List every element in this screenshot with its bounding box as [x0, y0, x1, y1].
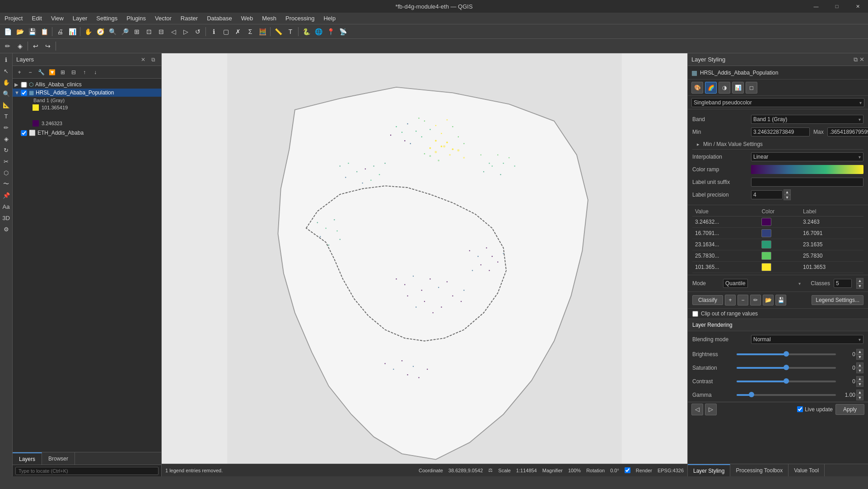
identify-btn[interactable]: ℹ — [208, 26, 219, 38]
live-update-checkbox[interactable] — [797, 406, 803, 412]
rp-icon-gray[interactable]: ◑ — [719, 82, 730, 94]
rp-mode-select[interactable]: Quantile — [723, 279, 748, 288]
close-btn[interactable]: ✕ — [847, 0, 868, 13]
save-class-btn[interactable]: 💾 — [775, 295, 786, 306]
add-layer-btn[interactable]: + — [14, 67, 24, 77]
menu-layer[interactable]: Layer — [68, 13, 92, 24]
collapse-all-btn[interactable]: ⊟ — [69, 67, 79, 77]
move-up-btn[interactable]: ↑ — [79, 67, 89, 77]
layers-close-icon[interactable]: ✕ — [139, 55, 148, 64]
layer-item-clinics[interactable]: ▶ ⬡ Allis_Ababa_clinics — [13, 80, 161, 89]
left-node-btn[interactable]: ◈ — [1, 133, 12, 144]
rp-icon-hist[interactable]: 📊 — [732, 82, 744, 94]
save-project-btn[interactable]: 💾 — [26, 26, 38, 38]
edit-class-btn[interactable]: ✏ — [750, 295, 761, 306]
rp-next-btn[interactable]: ▷ — [705, 404, 717, 415]
table-cell-color[interactable] — [759, 239, 800, 250]
apply-btn[interactable]: Apply — [835, 404, 864, 415]
brightness-thumb[interactable] — [784, 351, 789, 357]
menu-raster[interactable]: Raster — [176, 13, 202, 24]
contrast-track[interactable] — [737, 381, 836, 382]
layers-float-icon[interactable]: ⧉ — [149, 55, 158, 64]
zoom-prev-btn[interactable]: ◁ — [168, 26, 179, 38]
open-project-btn[interactable]: 📂 — [14, 26, 26, 38]
left-select-btn[interactable]: ↖ — [1, 66, 12, 76]
edit-undo-btn[interactable]: ↩ — [30, 40, 42, 52]
contrast-thumb[interactable] — [784, 378, 789, 384]
minimize-btn[interactable]: — — [806, 0, 826, 13]
contrast-down-btn[interactable]: ▼ — [856, 381, 863, 387]
brightness-up-btn[interactable]: ▲ — [856, 349, 863, 354]
contrast-up-btn[interactable]: ▲ — [856, 376, 863, 381]
rp-close-icon[interactable]: ✕ — [859, 56, 864, 63]
pan-map-btn[interactable]: 🧭 — [94, 26, 106, 38]
python-btn[interactable]: 🐍 — [300, 26, 312, 38]
deselect-btn[interactable]: ✗ — [232, 26, 244, 38]
left-3d-btn[interactable]: 3D — [1, 212, 12, 223]
print-layout-btn[interactable]: 🖨 — [54, 26, 66, 38]
gps-btn[interactable]: 📡 — [337, 26, 349, 38]
saturation-thumb[interactable] — [784, 365, 789, 370]
map-area[interactable]: 1 legend entries removed. Coordinate 38.… — [162, 53, 687, 476]
filter-layers-btn[interactable]: 🔽 — [47, 67, 57, 77]
left-curve-btn[interactable]: 〜 — [1, 179, 12, 189]
minmax-expand-arrow[interactable]: ▸ — [697, 141, 700, 147]
select-btn[interactable]: ▢ — [220, 26, 232, 38]
menu-processing[interactable]: Processing — [281, 13, 319, 24]
rp-max-input[interactable] — [827, 127, 868, 136]
saturation-track[interactable] — [737, 367, 836, 369]
layer-checkbox-clinics[interactable] — [21, 82, 27, 88]
clip-checkbox[interactable] — [692, 311, 698, 317]
left-measure-btn[interactable]: 📐 — [1, 99, 12, 110]
zoom-next-btn[interactable]: ▷ — [180, 26, 191, 38]
remove-class-btn[interactable]: − — [737, 295, 748, 306]
precision-up-btn[interactable]: ▲ — [784, 189, 791, 195]
brightness-down-btn[interactable]: ▼ — [856, 354, 863, 360]
menu-project[interactable]: Project — [0, 13, 27, 24]
rp-icon-rgb[interactable]: 🎨 — [691, 82, 703, 94]
left-anno-btn[interactable]: T — [1, 111, 12, 122]
calculator-btn[interactable]: 🧮 — [257, 26, 268, 38]
maximize-btn[interactable]: □ — [826, 0, 847, 13]
saturation-up-btn[interactable]: ▲ — [856, 362, 863, 368]
zoom-select-btn[interactable]: ⊟ — [155, 26, 167, 38]
tab-browser[interactable]: Browser — [42, 452, 75, 465]
tab-layers[interactable]: Layers — [13, 452, 42, 465]
edit-redo-btn[interactable]: ↪ — [42, 40, 54, 52]
classify-btn[interactable]: Classify — [692, 295, 723, 305]
rp-tab-styling[interactable]: Layer Styling — [688, 464, 730, 476]
renderer-select[interactable]: Singleband pseudocolor — [691, 98, 864, 107]
move-down-btn[interactable]: ↓ — [90, 67, 100, 77]
layer-item-hrsl[interactable]: ▼ ▦ HRSL_Addis_Ababa_Population — [13, 89, 161, 97]
zoom-layer-btn[interactable]: ⊡ — [143, 26, 155, 38]
menu-mesh[interactable]: Mesh — [257, 13, 281, 24]
table-cell-color[interactable] — [759, 228, 800, 239]
color-swatch-3[interactable] — [761, 252, 771, 260]
rp-float-icon[interactable]: ⧉ — [854, 56, 858, 63]
browser-btn[interactable]: 🌐 — [313, 26, 324, 38]
layer-props-btn[interactable]: 🔧 — [36, 67, 46, 77]
table-cell-color[interactable] — [759, 262, 800, 273]
menu-settings[interactable]: Settings — [92, 13, 122, 24]
menu-edit[interactable]: Edit — [27, 13, 46, 24]
left-label-btn[interactable]: Aa — [1, 201, 12, 212]
left-edit-btn[interactable]: ✏ — [1, 122, 12, 133]
rp-icon-trans[interactable]: ◻ — [746, 82, 757, 94]
gamma-track[interactable] — [737, 394, 836, 396]
annotation-btn[interactable]: T — [285, 26, 296, 38]
stats-btn[interactable]: Σ — [244, 26, 256, 38]
edit-toggle-btn[interactable]: ✏ — [2, 40, 14, 52]
table-cell-color[interactable] — [759, 216, 800, 228]
left-zoom-btn[interactable]: 🔍 — [1, 88, 12, 99]
left-pin-btn[interactable]: 📌 — [1, 190, 12, 201]
zoom-in-btn[interactable]: 🔍 — [107, 26, 118, 38]
new-project-btn[interactable]: 📄 — [2, 26, 14, 38]
left-plugin-btn[interactable]: ⚙ — [1, 224, 12, 235]
rp-precision-input[interactable] — [751, 190, 783, 199]
gamma-up-btn[interactable]: ▲ — [856, 390, 863, 395]
rp-tab-processing[interactable]: Processing Toolbox — [730, 464, 789, 476]
precision-down-btn[interactable]: ▼ — [784, 195, 791, 200]
zoom-out-btn[interactable]: 🔎 — [119, 26, 131, 38]
rp-min-input[interactable] — [751, 127, 810, 136]
left-pan-btn[interactable]: ✋ — [1, 77, 12, 88]
